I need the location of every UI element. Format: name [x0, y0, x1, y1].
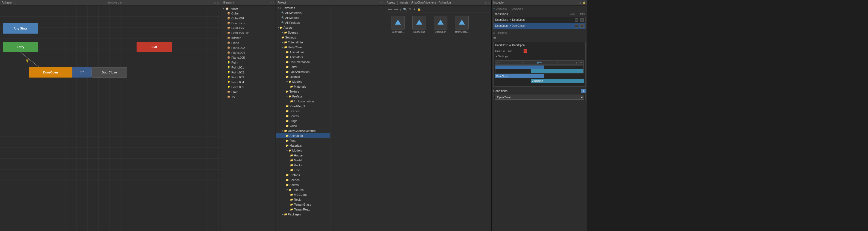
- hierarchy-item-point001[interactable]: 💡 Point.001: [221, 65, 276, 70]
- hierarchy-item-firstfloor[interactable]: 📦 FirstFloor: [221, 26, 276, 31]
- project-tutorialinfo[interactable]: ▶ 📁 TutorialInfo: [276, 40, 330, 45]
- project-medal[interactable]: 📁 Medal: [276, 158, 330, 163]
- project-terrainroad[interactable]: 📁 TerrainRoad: [276, 207, 330, 212]
- project-font[interactable]: 📁 Font: [276, 138, 330, 143]
- project-unitychan[interactable]: ▼ 📁 UnityChan: [276, 45, 330, 50]
- assets-toolbar-icon1[interactable]: ⟵: [388, 8, 392, 11]
- hierarchy-item-tv[interactable]: 📦 TV: [221, 95, 276, 99]
- project-scripts-uca[interactable]: 📁 Scripts: [276, 183, 330, 187]
- project-terraingrass[interactable]: 📁 TerrainGrass: [276, 202, 330, 207]
- transition-item-1[interactable]: DoorOpen -> DoorClose: [494, 23, 585, 29]
- hierarchy-item-stair[interactable]: 📦 Stair: [221, 90, 276, 95]
- project-stage[interactable]: 📁 Stage: [276, 119, 330, 124]
- project-all-models[interactable]: 🔍 All Models: [276, 15, 330, 20]
- transition-item-0[interactable]: DoorClose -> DoorOpen: [494, 17, 585, 23]
- project-scenes[interactable]: ▶ 📁 Scenes: [276, 30, 330, 35]
- detail-title-text: DoorClose -> DoorOpen: [495, 44, 525, 47]
- favorites-header[interactable]: ▼ ★ Favorites: [276, 5, 330, 10]
- mute-checkbox-1[interactable]: [580, 24, 584, 28]
- transition-handle[interactable]: ⇌: [72, 67, 92, 77]
- clip-item-dooropen[interactable]: DoorOpen: [431, 16, 450, 33]
- project-texture[interactable]: 📁 Texture: [276, 89, 330, 94]
- project-for-locomotion[interactable]: 📁 for Locomotion: [276, 99, 330, 104]
- project-prefabs-uca[interactable]: 📁 Prefabs: [276, 172, 330, 177]
- clip-item-dooranim[interactable]: DoorAnim...: [389, 16, 407, 33]
- condition-dropdown[interactable]: OpenClose: [495, 95, 584, 100]
- project-mcclogo[interactable]: 📁 MCCLogo: [276, 192, 330, 197]
- assets-toolbar-icon3[interactable]: ↑: [400, 8, 402, 11]
- project-animators[interactable]: 📁 Animators: [276, 55, 330, 60]
- project-models-uca[interactable]: ▼ 📁 Models: [276, 148, 330, 153]
- project-panel: Project + ≡ ▼ ★ Favorites 🔍 All Material…: [276, 0, 385, 231]
- project-packages[interactable]: ▶ 📁 Packages: [276, 212, 330, 217]
- project-faceanimation[interactable]: 📁 FaceAnimation: [276, 69, 330, 74]
- project-settings[interactable]: 📁 Settings: [276, 35, 330, 40]
- project-license[interactable]: 📁 License: [276, 74, 330, 79]
- solo-col-header: Solo: [570, 12, 575, 15]
- hierarchy-item-cube[interactable]: 📦 Cube: [221, 11, 276, 16]
- project-house[interactable]: 📁 House: [276, 153, 330, 158]
- clip-item-unitychan[interactable]: UnityChan...: [452, 16, 471, 33]
- project-readme[interactable]: 📁 ReadMe_Old: [276, 104, 330, 109]
- project-animation-selected[interactable]: 📁 Animation: [276, 133, 330, 138]
- project-all-prefabs[interactable]: 🔍 All Prefabs: [276, 20, 330, 25]
- assets-root[interactable]: ▼ 📁 Assets: [276, 25, 330, 30]
- exit-node[interactable]: Exit: [136, 42, 172, 52]
- project-materials[interactable]: 📁 Materials: [276, 84, 330, 89]
- project-unitychadadventure[interactable]: ▼ 📁 UnityChanAdventure: [276, 128, 330, 133]
- project-scenes-uc[interactable]: 📁 Scenes: [276, 109, 330, 113]
- any-state-node[interactable]: Any State: [3, 23, 38, 34]
- inspector-icon1[interactable]: ☰: [579, 1, 582, 4]
- hierarchy-item-cube001[interactable]: 📦 Cube.001: [221, 16, 276, 21]
- assets-viewer-content: ⟵ ⟶ ↑ 🔍 ⚙ ★ 🔒 DoorAnim...: [385, 5, 491, 231]
- door-open-node[interactable]: DoorOpen: [29, 67, 72, 77]
- project-materials-uca[interactable]: 📁 Materials: [276, 143, 330, 148]
- assets-toolbar-icon5[interactable]: ⚙: [409, 8, 411, 11]
- settings-foldout[interactable]: ▶ Settings: [495, 54, 584, 59]
- clip-item-doorclose[interactable]: DoorClose: [410, 16, 429, 33]
- project-editor[interactable]: 📁 Editor: [276, 64, 330, 69]
- assets-toolbar-icon6[interactable]: ★: [413, 8, 416, 11]
- hierarchy-item-point002[interactable]: 💡 Point.002: [221, 70, 276, 75]
- transitions-section-title: Transitions Solo Mute: [493, 12, 586, 15]
- conditions-section: Conditions + OpenClose: [493, 89, 586, 100]
- add-condition-button[interactable]: +: [581, 89, 586, 93]
- project-textures-uca[interactable]: ▼ 📁 Textures: [276, 187, 330, 192]
- assets-toolbar-icon4[interactable]: 🔍: [403, 8, 407, 11]
- project-voice[interactable]: 📁 Voice: [276, 124, 330, 128]
- hierarchy-item-point004[interactable]: 💡 Point.004: [221, 80, 276, 85]
- project-rock[interactable]: 📁 Rock: [276, 197, 330, 202]
- hierarchy-item-point[interactable]: 💡 Point: [221, 60, 276, 65]
- door-close-node[interactable]: DoorClose: [92, 67, 127, 77]
- inspector-icon2[interactable]: 🔒: [583, 1, 586, 4]
- hierarchy-item-plane005[interactable]: 📦 Plane.005: [221, 55, 276, 60]
- hierarchy-item-point005[interactable]: 💡 Point.005: [221, 85, 276, 90]
- project-tree[interactable]: 📁 Tree: [276, 168, 330, 172]
- assets-toolbar-icon7[interactable]: 🔒: [417, 8, 421, 11]
- project-scenes-uca[interactable]: 📁 Scenes: [276, 177, 330, 183]
- entry-node[interactable]: Entry: [3, 42, 38, 52]
- project-prefabs-uc[interactable]: ▼ 📁 Prefabs: [276, 94, 330, 99]
- project-all-materials[interactable]: 🔍 All Materials: [276, 10, 330, 15]
- project-scripts-uc[interactable]: 📁 Scripts: [276, 113, 330, 119]
- assets-viewer-label: Assets: [387, 1, 395, 4]
- solo-checkbox-0[interactable]: [575, 18, 578, 22]
- hierarchy-item-plane004[interactable]: 📦 Plane.004: [221, 50, 276, 55]
- solo-checkbox-1[interactable]: [575, 24, 578, 28]
- assets-toolbar-icon2[interactable]: ⟶: [394, 8, 398, 11]
- project-rocks[interactable]: 📁 Rocks: [276, 163, 330, 168]
- project-animations[interactable]: 📁 Animations: [276, 50, 330, 55]
- project-models-uc[interactable]: ▼ 📁 Models: [276, 79, 330, 84]
- hierarchy-item-plane[interactable]: 📦 Plane: [221, 40, 276, 45]
- hierarchy-item-house[interactable]: ▼ 🏠 house: [221, 6, 276, 11]
- project-documentation[interactable]: 📁 Documentation: [276, 60, 330, 64]
- timeline-scrubber[interactable]: [544, 66, 544, 73]
- animator-canvas[interactable]: Any State Entry Exit DoorOpen ⇌ DoorClos…: [0, 5, 221, 231]
- hierarchy-item-point003[interactable]: 💡 Point.003: [221, 75, 276, 80]
- hierarchy-item-kitchen[interactable]: 📦 Kitchen: [221, 35, 276, 40]
- hierarchy-item-firstfloor001[interactable]: 📦 FirstFloor.001: [221, 31, 276, 35]
- hierarchy-item-plane002[interactable]: 📦 Plane.002: [221, 45, 276, 50]
- hierarchy-item-doorslide[interactable]: 📦 Door.Slide: [221, 21, 276, 26]
- has-exit-time-indicator[interactable]: [524, 50, 527, 53]
- mute-checkbox-0[interactable]: [580, 18, 584, 22]
